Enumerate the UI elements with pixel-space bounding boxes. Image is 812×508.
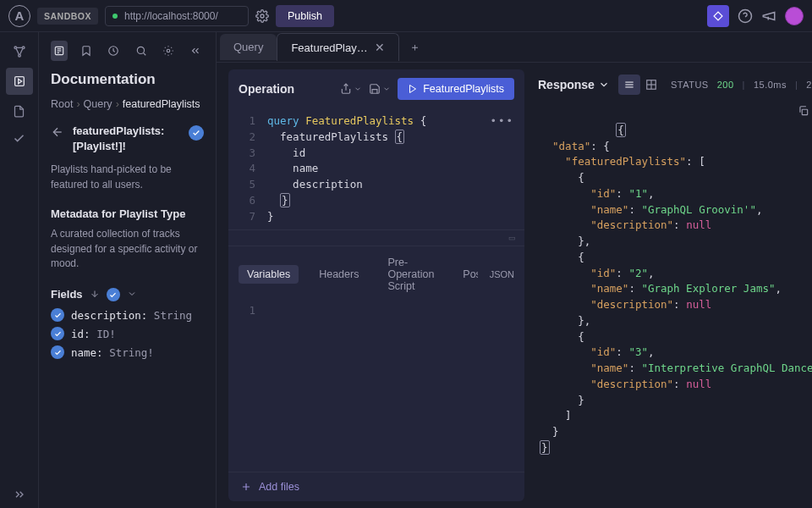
tabs-row: Query FeaturedPlay… ✕ ＋	[217, 32, 812, 63]
json-format-label: JSON	[490, 269, 514, 279]
status-dot-icon	[112, 14, 118, 19]
share-icon[interactable]	[340, 83, 362, 95]
svg-point-6	[18, 54, 20, 57]
view-table-icon[interactable]	[640, 75, 662, 95]
tab-variables[interactable]: Variables	[239, 265, 299, 284]
tab-featured-playlists[interactable]: FeaturedPlay… ✕	[277, 33, 398, 61]
svg-point-14	[137, 47, 144, 53]
svg-point-0	[261, 14, 264, 18]
run-button[interactable]: FeaturedPlaylists	[398, 78, 514, 100]
fields-heading-row: Fields	[51, 286, 204, 301]
top-bar: A SANDBOX http://localhost:8000/ Publish	[0, 0, 812, 32]
field-selected-badge-icon[interactable]	[189, 125, 204, 141]
more-icon[interactable]: •••	[490, 113, 514, 130]
endpoint-url-text: http://localhost:8000/	[124, 10, 218, 22]
sort-icon[interactable]	[90, 289, 100, 299]
field-type: ID!	[96, 328, 116, 340]
svg-marker-20	[410, 86, 416, 93]
publish-button[interactable]: Publish	[276, 5, 334, 27]
collapse-sidebar-icon[interactable]	[187, 41, 204, 61]
apollo-logo-icon: A	[8, 5, 30, 27]
doc-title: Documentation	[51, 71, 204, 88]
add-tab-icon[interactable]: ＋	[399, 40, 431, 55]
field-check-icon	[51, 308, 64, 322]
nav-doc-icon[interactable]	[6, 100, 33, 122]
save-icon[interactable]	[369, 83, 391, 95]
tab-post-script[interactable]: Post-Operation Script	[454, 265, 477, 284]
field-row[interactable]: description: String	[51, 308, 204, 322]
nav-expand-icon[interactable]	[6, 481, 33, 508]
tab-query[interactable]: Query	[220, 34, 277, 60]
field-name: name	[71, 346, 96, 359]
response-size: 213B	[806, 80, 812, 90]
field-type: String	[154, 309, 192, 322]
breadcrumb: Root›Query›featuredPlaylists	[51, 98, 204, 110]
svg-marker-8	[18, 79, 21, 83]
nav-graph-icon[interactable]	[6, 41, 33, 63]
response-body[interactable]: { "data": { "featuredPlaylists": [ { "id…	[535, 103, 812, 501]
copy-icon[interactable]	[798, 105, 809, 117]
avatar[interactable]	[785, 7, 804, 25]
svg-rect-29	[802, 109, 807, 114]
breadcrumb-item[interactable]: Root	[51, 98, 73, 110]
nav-rail	[0, 32, 39, 508]
field-check-icon	[51, 327, 64, 340]
add-files-button[interactable]: Add files	[228, 472, 524, 501]
sandbox-badge: SANDBOX	[37, 8, 98, 25]
tab-pre-script[interactable]: Pre-Operation Script	[379, 253, 442, 295]
close-icon[interactable]: ✕	[375, 41, 385, 54]
field-check-icon	[51, 345, 64, 359]
announce-icon[interactable]	[761, 8, 776, 24]
field-description: Playlists hand-picked to be featured to …	[51, 163, 204, 192]
docs-view-icon[interactable]	[51, 41, 68, 61]
variables-editor[interactable]: 1	[228, 301, 524, 472]
nav-check-icon[interactable]	[6, 127, 33, 149]
metadata-heading: Metadata for Playlist Type	[51, 207, 204, 220]
response-time: 15.0ms	[754, 80, 787, 90]
field-name: id	[71, 328, 84, 340]
tab-headers[interactable]: Headers	[310, 265, 367, 284]
svg-line-15	[143, 52, 145, 55]
endpoint-url-bar[interactable]: http://localhost:8000/	[105, 6, 249, 26]
field-row[interactable]: id: ID!	[51, 327, 204, 340]
back-arrow-icon[interactable]	[51, 125, 64, 139]
operation-editor[interactable]: ••• 1query FeaturedPlaylists { 2 feature…	[228, 108, 524, 229]
documentation-sidebar: Documentation Root›Query›featuredPlaylis…	[39, 32, 217, 508]
view-list-icon[interactable]	[618, 75, 640, 95]
gear-icon[interactable]	[160, 41, 177, 61]
chevron-down-icon[interactable]	[127, 289, 137, 299]
svg-point-16	[167, 49, 170, 52]
bookmark-icon[interactable]	[78, 41, 95, 61]
status-label: STATUS	[671, 80, 709, 90]
svg-rect-1	[714, 12, 722, 20]
breadcrumb-item[interactable]: Query	[84, 98, 112, 110]
history-icon[interactable]	[105, 41, 122, 61]
field-name: description	[71, 309, 141, 322]
status-code: 200	[717, 80, 734, 90]
operation-title: Operation	[239, 82, 333, 96]
field-row[interactable]: name: String!	[51, 345, 204, 359]
metadata-text: A curated collection of tracks designed …	[51, 227, 204, 271]
select-all-badge-icon[interactable]	[107, 288, 120, 301]
field-type: String!	[109, 346, 154, 359]
search-icon[interactable]	[133, 41, 150, 61]
chevron-down-icon[interactable]	[598, 79, 610, 91]
response-title: Response	[538, 78, 610, 91]
fields-heading: Fields	[51, 288, 83, 301]
field-signature: featuredPlaylists: [Playlist!]!	[73, 124, 180, 154]
nav-explorer-icon[interactable]	[6, 68, 33, 95]
editor-footer: ▭	[228, 229, 524, 246]
help-icon[interactable]	[738, 8, 753, 24]
breadcrumb-item: featuredPlaylists	[123, 98, 200, 110]
schema-diamond-icon[interactable]	[707, 5, 729, 27]
endpoint-settings-icon[interactable]	[255, 9, 269, 23]
